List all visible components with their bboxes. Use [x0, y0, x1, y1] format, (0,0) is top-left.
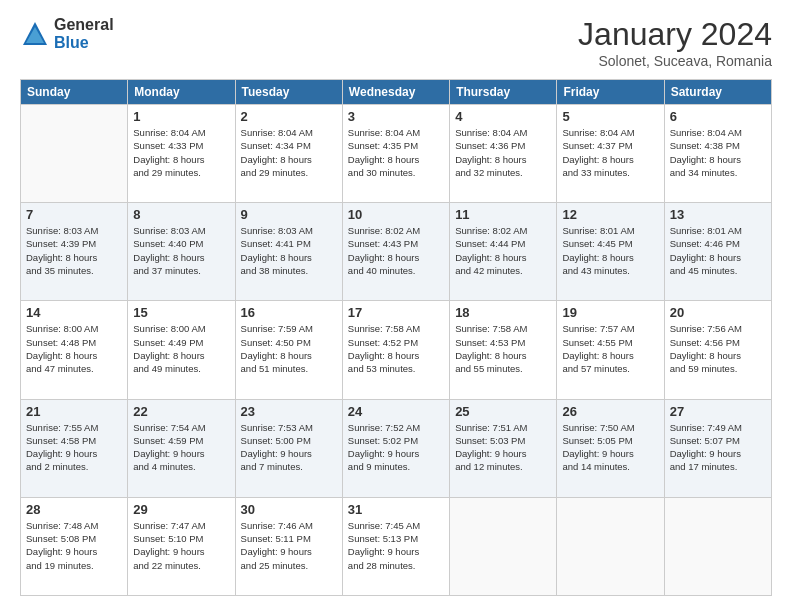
- calendar-cell: 24Sunrise: 7:52 AM Sunset: 5:02 PM Dayli…: [342, 399, 449, 497]
- location-subtitle: Solonet, Suceava, Romania: [578, 53, 772, 69]
- calendar-cell: 30Sunrise: 7:46 AM Sunset: 5:11 PM Dayli…: [235, 497, 342, 595]
- day-number: 25: [455, 404, 551, 419]
- day-info: Sunrise: 7:47 AM Sunset: 5:10 PM Dayligh…: [133, 519, 229, 572]
- day-info: Sunrise: 8:04 AM Sunset: 4:37 PM Dayligh…: [562, 126, 658, 179]
- day-number: 22: [133, 404, 229, 419]
- day-info: Sunrise: 8:03 AM Sunset: 4:39 PM Dayligh…: [26, 224, 122, 277]
- calendar-cell: 6Sunrise: 8:04 AM Sunset: 4:38 PM Daylig…: [664, 105, 771, 203]
- calendar-week-1: 1Sunrise: 8:04 AM Sunset: 4:33 PM Daylig…: [21, 105, 772, 203]
- logo-icon: [20, 19, 50, 49]
- day-info: Sunrise: 8:01 AM Sunset: 4:45 PM Dayligh…: [562, 224, 658, 277]
- day-number: 5: [562, 109, 658, 124]
- day-info: Sunrise: 7:53 AM Sunset: 5:00 PM Dayligh…: [241, 421, 337, 474]
- calendar-cell: [557, 497, 664, 595]
- calendar-cell: [21, 105, 128, 203]
- day-number: 6: [670, 109, 766, 124]
- calendar-cell: 20Sunrise: 7:56 AM Sunset: 4:56 PM Dayli…: [664, 301, 771, 399]
- calendar-week-5: 28Sunrise: 7:48 AM Sunset: 5:08 PM Dayli…: [21, 497, 772, 595]
- day-info: Sunrise: 8:02 AM Sunset: 4:43 PM Dayligh…: [348, 224, 444, 277]
- weekday-header-tuesday: Tuesday: [235, 80, 342, 105]
- day-info: Sunrise: 7:55 AM Sunset: 4:58 PM Dayligh…: [26, 421, 122, 474]
- day-number: 29: [133, 502, 229, 517]
- day-info: Sunrise: 7:48 AM Sunset: 5:08 PM Dayligh…: [26, 519, 122, 572]
- weekday-header-thursday: Thursday: [450, 80, 557, 105]
- day-info: Sunrise: 7:51 AM Sunset: 5:03 PM Dayligh…: [455, 421, 551, 474]
- day-number: 8: [133, 207, 229, 222]
- calendar-cell: 17Sunrise: 7:58 AM Sunset: 4:52 PM Dayli…: [342, 301, 449, 399]
- day-number: 27: [670, 404, 766, 419]
- logo-text: General Blue: [54, 16, 114, 51]
- calendar-cell: 5Sunrise: 8:04 AM Sunset: 4:37 PM Daylig…: [557, 105, 664, 203]
- day-number: 16: [241, 305, 337, 320]
- day-number: 10: [348, 207, 444, 222]
- calendar-cell: 8Sunrise: 8:03 AM Sunset: 4:40 PM Daylig…: [128, 203, 235, 301]
- calendar-cell: 4Sunrise: 8:04 AM Sunset: 4:36 PM Daylig…: [450, 105, 557, 203]
- calendar-cell: 1Sunrise: 8:04 AM Sunset: 4:33 PM Daylig…: [128, 105, 235, 203]
- day-info: Sunrise: 7:54 AM Sunset: 4:59 PM Dayligh…: [133, 421, 229, 474]
- calendar-cell: 26Sunrise: 7:50 AM Sunset: 5:05 PM Dayli…: [557, 399, 664, 497]
- day-number: 11: [455, 207, 551, 222]
- day-info: Sunrise: 7:50 AM Sunset: 5:05 PM Dayligh…: [562, 421, 658, 474]
- day-number: 26: [562, 404, 658, 419]
- month-title: January 2024: [578, 16, 772, 53]
- header: General Blue January 2024 Solonet, Sucea…: [20, 16, 772, 69]
- day-number: 24: [348, 404, 444, 419]
- day-number: 13: [670, 207, 766, 222]
- weekday-header-sunday: Sunday: [21, 80, 128, 105]
- day-info: Sunrise: 8:04 AM Sunset: 4:36 PM Dayligh…: [455, 126, 551, 179]
- calendar-week-4: 21Sunrise: 7:55 AM Sunset: 4:58 PM Dayli…: [21, 399, 772, 497]
- calendar-cell: 22Sunrise: 7:54 AM Sunset: 4:59 PM Dayli…: [128, 399, 235, 497]
- calendar-cell: 23Sunrise: 7:53 AM Sunset: 5:00 PM Dayli…: [235, 399, 342, 497]
- day-info: Sunrise: 8:04 AM Sunset: 4:35 PM Dayligh…: [348, 126, 444, 179]
- calendar-week-3: 14Sunrise: 8:00 AM Sunset: 4:48 PM Dayli…: [21, 301, 772, 399]
- calendar-cell: 25Sunrise: 7:51 AM Sunset: 5:03 PM Dayli…: [450, 399, 557, 497]
- logo-general-text: General: [54, 16, 114, 34]
- logo: General Blue: [20, 16, 114, 51]
- day-number: 23: [241, 404, 337, 419]
- calendar-cell: 16Sunrise: 7:59 AM Sunset: 4:50 PM Dayli…: [235, 301, 342, 399]
- day-number: 1: [133, 109, 229, 124]
- day-info: Sunrise: 7:45 AM Sunset: 5:13 PM Dayligh…: [348, 519, 444, 572]
- calendar-cell: 29Sunrise: 7:47 AM Sunset: 5:10 PM Dayli…: [128, 497, 235, 595]
- calendar-cell: 19Sunrise: 7:57 AM Sunset: 4:55 PM Dayli…: [557, 301, 664, 399]
- day-number: 20: [670, 305, 766, 320]
- weekday-header-monday: Monday: [128, 80, 235, 105]
- calendar-cell: 13Sunrise: 8:01 AM Sunset: 4:46 PM Dayli…: [664, 203, 771, 301]
- day-info: Sunrise: 8:04 AM Sunset: 4:38 PM Dayligh…: [670, 126, 766, 179]
- day-info: Sunrise: 8:04 AM Sunset: 4:33 PM Dayligh…: [133, 126, 229, 179]
- day-number: 15: [133, 305, 229, 320]
- day-info: Sunrise: 8:00 AM Sunset: 4:49 PM Dayligh…: [133, 322, 229, 375]
- calendar-week-2: 7Sunrise: 8:03 AM Sunset: 4:39 PM Daylig…: [21, 203, 772, 301]
- day-number: 19: [562, 305, 658, 320]
- day-info: Sunrise: 7:59 AM Sunset: 4:50 PM Dayligh…: [241, 322, 337, 375]
- day-number: 31: [348, 502, 444, 517]
- calendar-cell: 28Sunrise: 7:48 AM Sunset: 5:08 PM Dayli…: [21, 497, 128, 595]
- day-number: 7: [26, 207, 122, 222]
- calendar-cell: 18Sunrise: 7:58 AM Sunset: 4:53 PM Dayli…: [450, 301, 557, 399]
- calendar-cell: 15Sunrise: 8:00 AM Sunset: 4:49 PM Dayli…: [128, 301, 235, 399]
- day-number: 12: [562, 207, 658, 222]
- day-info: Sunrise: 7:56 AM Sunset: 4:56 PM Dayligh…: [670, 322, 766, 375]
- calendar-cell: 11Sunrise: 8:02 AM Sunset: 4:44 PM Dayli…: [450, 203, 557, 301]
- day-number: 2: [241, 109, 337, 124]
- day-number: 18: [455, 305, 551, 320]
- calendar-cell: [450, 497, 557, 595]
- weekday-header-wednesday: Wednesday: [342, 80, 449, 105]
- day-info: Sunrise: 7:57 AM Sunset: 4:55 PM Dayligh…: [562, 322, 658, 375]
- day-number: 4: [455, 109, 551, 124]
- day-info: Sunrise: 7:46 AM Sunset: 5:11 PM Dayligh…: [241, 519, 337, 572]
- day-number: 3: [348, 109, 444, 124]
- calendar-cell: 10Sunrise: 8:02 AM Sunset: 4:43 PM Dayli…: [342, 203, 449, 301]
- day-info: Sunrise: 8:02 AM Sunset: 4:44 PM Dayligh…: [455, 224, 551, 277]
- calendar-header-row: SundayMondayTuesdayWednesdayThursdayFrid…: [21, 80, 772, 105]
- weekday-header-friday: Friday: [557, 80, 664, 105]
- day-number: 14: [26, 305, 122, 320]
- logo-blue-text: Blue: [54, 34, 114, 52]
- calendar-cell: 31Sunrise: 7:45 AM Sunset: 5:13 PM Dayli…: [342, 497, 449, 595]
- day-info: Sunrise: 8:00 AM Sunset: 4:48 PM Dayligh…: [26, 322, 122, 375]
- day-number: 21: [26, 404, 122, 419]
- calendar-cell: 14Sunrise: 8:00 AM Sunset: 4:48 PM Dayli…: [21, 301, 128, 399]
- day-number: 28: [26, 502, 122, 517]
- day-number: 30: [241, 502, 337, 517]
- page: General Blue January 2024 Solonet, Sucea…: [0, 0, 792, 612]
